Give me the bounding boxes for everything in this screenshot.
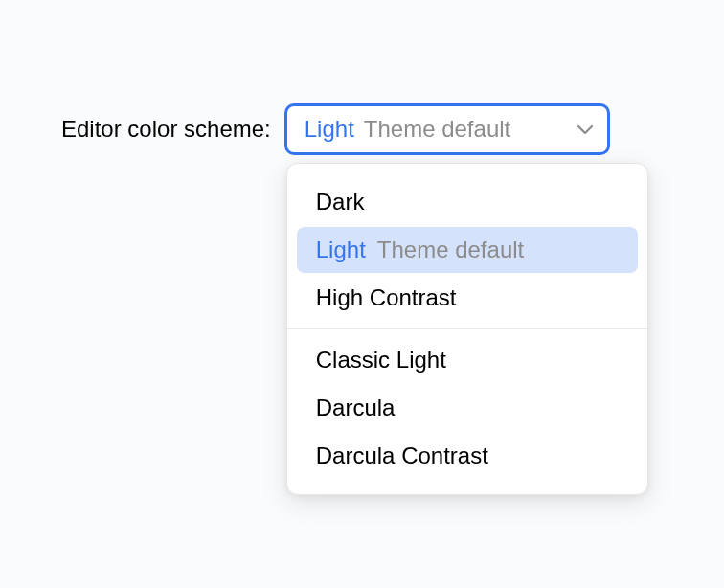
setting-label: Editor color scheme: bbox=[61, 116, 271, 143]
chevron-down-icon bbox=[577, 124, 594, 135]
menu-item-label: Darcula Contrast bbox=[316, 441, 488, 470]
menu-item-light[interactable]: Light Theme default bbox=[297, 227, 638, 273]
menu-item-hint: Theme default bbox=[377, 236, 524, 264]
menu-item-label: Light bbox=[316, 236, 366, 264]
menu-item-label: Classic Light bbox=[316, 346, 446, 374]
menu-item-classic-light[interactable]: Classic Light bbox=[297, 337, 638, 383]
menu-item-high-contrast[interactable]: High Contrast bbox=[297, 275, 638, 321]
menu-item-dark[interactable]: Dark bbox=[297, 179, 638, 225]
menu-item-label: Dark bbox=[316, 188, 365, 216]
menu-item-darcula-contrast[interactable]: Darcula Contrast bbox=[297, 433, 638, 479]
menu-divider bbox=[287, 328, 647, 329]
color-scheme-dropdown-button[interactable]: Light Theme default bbox=[284, 103, 610, 155]
menu-item-label: High Contrast bbox=[316, 283, 457, 312]
menu-item-darcula[interactable]: Darcula bbox=[297, 385, 638, 431]
color-scheme-dropdown: Light Theme default Dark Light Theme def… bbox=[284, 103, 610, 155]
color-scheme-dropdown-menu: Dark Light Theme default High Contrast C… bbox=[286, 163, 648, 495]
dropdown-selected-value: Light Theme default bbox=[305, 116, 510, 143]
color-scheme-setting-row: Editor color scheme: Light Theme default… bbox=[61, 103, 610, 155]
selected-scheme-hint: Theme default bbox=[364, 116, 510, 143]
selected-scheme-name: Light bbox=[305, 116, 354, 143]
menu-item-label: Darcula bbox=[316, 394, 396, 422]
